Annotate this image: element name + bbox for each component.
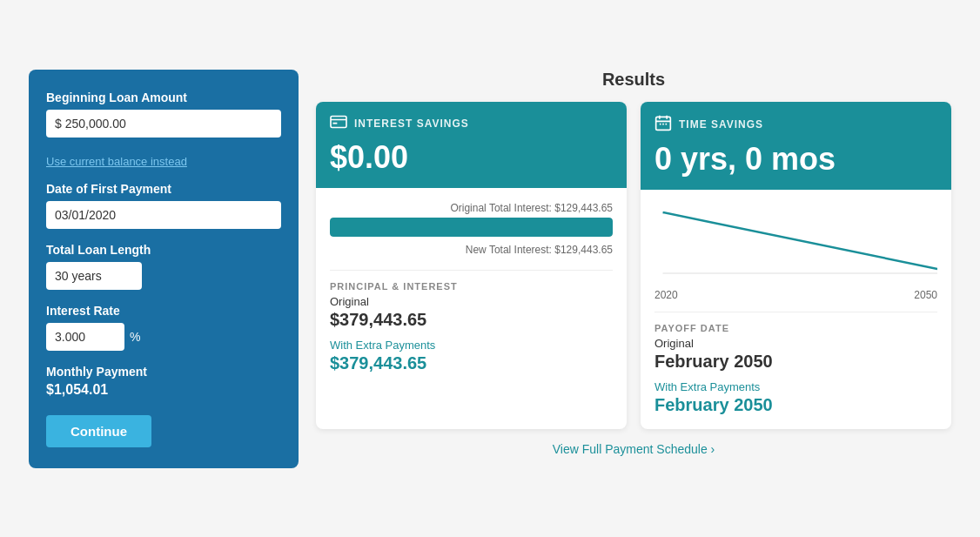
loan-length-group: Total Loan Length [46,243,281,290]
pi-extra-value: $379,443.65 [330,353,613,373]
monthly-payment-value: $1,054.01 [46,382,281,398]
chart-container [654,204,937,282]
interest-savings-card: INTEREST SAVINGS $0.00 Original Total In… [316,102,627,429]
loan-amount-group: Beginning Loan Amount [46,91,281,138]
time-chart-svg [654,204,937,282]
chart-end-year: 2050 [914,289,937,301]
monthly-payment-group: Monthly Payment $1,054.01 [46,365,281,398]
pi-original-label: Original [330,295,613,308]
interest-savings-header-row: INTEREST SAVINGS [330,114,613,134]
svg-rect-0 [331,116,346,127]
time-savings-body: 2020 2050 PAYOFF DATE Original February … [641,190,951,429]
monthly-payment-label: Monthly Payment [46,365,281,379]
interest-savings-value: $0.00 [330,139,613,176]
time-savings-header-row: TIME SAVINGS [654,114,937,136]
cards-row: INTEREST SAVINGS $0.00 Original Total In… [316,102,951,429]
loan-amount-input[interactable] [46,110,281,138]
left-panel: Beginning Loan Amount Use current balanc… [29,70,299,468]
interest-savings-icon [330,114,347,134]
progress-bar-container [330,218,613,237]
svg-rect-3 [656,117,671,130]
date-first-payment-group: Date of First Payment [46,182,281,229]
payoff-label: PAYOFF DATE [654,323,937,333]
payoff-original-value: February 2050 [654,352,937,372]
main-container: Beginning Loan Amount Use current balanc… [11,52,969,486]
view-schedule-row: View Full Payment Schedule › [316,441,951,457]
time-savings-icon [654,114,672,136]
right-panel: Results INTEREST SAVINGS [316,70,951,468]
interest-savings-label: INTEREST SAVINGS [354,117,469,130]
date-first-payment-input[interactable] [46,201,281,229]
pi-label: PRINCIPAL & INTEREST [330,281,613,292]
interest-rate-wrapper: % [46,323,281,351]
new-interest-label: New Total Interest: $129,443.65 [330,244,613,256]
interest-savings-body: Original Total Interest: $129,443.65 New… [316,188,627,387]
interest-rate-input[interactable] [46,323,124,351]
percent-label: % [130,330,140,344]
results-title: Results [316,70,951,90]
loan-amount-label: Beginning Loan Amount [46,91,281,104]
interest-rate-group: Interest Rate % [46,304,281,351]
section-divider-1 [330,270,613,271]
view-schedule-link[interactable]: View Full Payment Schedule › [553,442,715,456]
original-interest-label: Original Total Interest: $129,443.65 [330,202,613,214]
continue-button[interactable]: Continue [46,415,151,447]
loan-length-label: Total Loan Length [46,243,281,257]
time-savings-header: TIME SAVINGS 0 yrs, 0 mos [641,102,951,190]
chart-labels: 2020 2050 [654,289,937,301]
payoff-extra-value: February 2050 [654,395,937,415]
time-savings-label: TIME SAVINGS [679,118,763,131]
use-current-balance-link[interactable]: Use current balance instead [46,155,187,168]
payoff-extra-label: With Extra Payments [654,380,937,393]
time-savings-value: 0 yrs, 0 mos [654,141,937,178]
interest-rate-label: Interest Rate [46,304,281,318]
pi-extra-label: With Extra Payments [330,339,613,352]
progress-bar-fill [330,218,613,237]
loan-length-input[interactable] [46,262,142,290]
pi-original-value: $379,443.65 [330,310,613,330]
date-first-payment-label: Date of First Payment [46,182,281,196]
chart-start-year: 2020 [654,289,678,301]
time-savings-card: TIME SAVINGS 0 yrs, 0 mos 2020 [641,102,951,429]
payoff-original-label: Original [654,337,937,350]
section-divider-2 [654,312,937,312]
progress-bar-track [330,218,613,237]
interest-savings-header: INTEREST SAVINGS $0.00 [316,102,627,188]
